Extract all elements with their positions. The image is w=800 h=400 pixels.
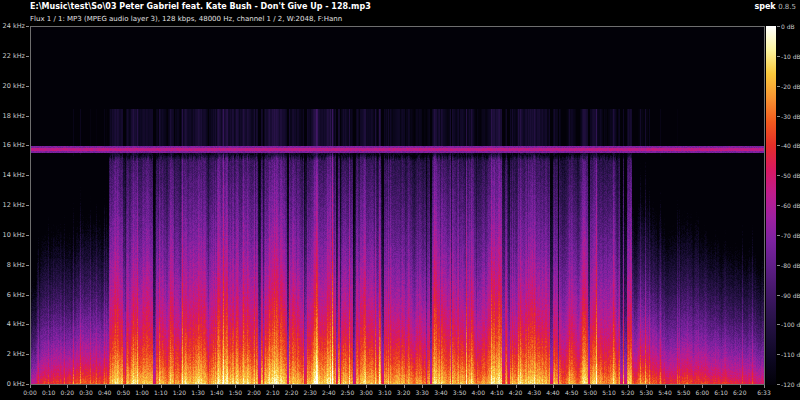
frequency-tick-label: 8 kHz: [0, 261, 25, 269]
db-tick: [777, 354, 780, 355]
time-tick-label: 2:20: [285, 389, 298, 396]
time-tick-label: 3:10: [378, 389, 391, 396]
time-tick: [310, 385, 311, 388]
time-tick-label: 4:50: [565, 389, 578, 396]
time-tick-label: 3:40: [434, 389, 447, 396]
db-tick-label: -30 dB: [781, 112, 800, 119]
time-tick-label: 5:40: [658, 389, 671, 396]
time-tick: [460, 385, 461, 388]
time-tick: [161, 385, 162, 388]
frequency-tick-label: 10 kHz: [0, 231, 25, 239]
spectrogram-canvas: [31, 27, 764, 384]
frequency-tick-label: 12 kHz: [0, 201, 25, 209]
time-tick: [665, 385, 666, 388]
time-tick: [684, 385, 685, 388]
time-tick-label: 1:20: [173, 389, 186, 396]
time-tick-label: 4:00: [471, 389, 484, 396]
time-tick: [105, 385, 106, 388]
time-tick-label: 4:40: [546, 389, 559, 396]
db-tick-label: -20 dB: [781, 82, 800, 89]
db-tick-label: -60 dB: [781, 202, 800, 209]
time-tick-label: 5:50: [677, 389, 690, 396]
time-tick: [273, 385, 274, 388]
db-tick: [777, 175, 780, 176]
time-tick-label: 1:10: [154, 389, 167, 396]
app-version-number: 0.8.5: [778, 3, 796, 11]
time-tick: [572, 385, 573, 388]
time-tick: [385, 385, 386, 388]
frequency-tick: [26, 295, 29, 296]
db-tick-label: 0 dB: [781, 23, 795, 30]
time-tick-label: 3:00: [359, 389, 372, 396]
time-tick: [198, 385, 199, 388]
frequency-tick-label: 6 kHz: [0, 291, 25, 299]
time-tick: [142, 385, 143, 388]
db-tick: [777, 324, 780, 325]
db-tick: [777, 56, 780, 57]
time-tick-label: 3:50: [453, 389, 466, 396]
frequency-tick: [26, 205, 29, 206]
time-tick-label: 1:30: [191, 389, 204, 396]
time-tick: [49, 385, 50, 388]
db-tick: [777, 145, 780, 146]
time-tick: [478, 385, 479, 388]
time-tick-label: 6:33: [757, 389, 770, 396]
frequency-tick: [26, 86, 29, 87]
frequency-tick: [26, 265, 29, 266]
spectrogram-plot-frame: [30, 26, 765, 385]
time-tick: [702, 385, 703, 388]
time-tick-label: 4:30: [528, 389, 541, 396]
time-tick: [67, 385, 68, 388]
time-tick: [553, 385, 554, 388]
db-tick: [777, 235, 780, 236]
db-tick: [777, 265, 780, 266]
time-tick-label: 5:20: [621, 389, 634, 396]
time-tick-label: 2:00: [247, 389, 260, 396]
time-tick: [646, 385, 647, 388]
time-tick-label: 2:50: [341, 389, 354, 396]
frequency-tick: [26, 56, 29, 57]
time-tick-label: 4:10: [490, 389, 503, 396]
time-tick: [628, 385, 629, 388]
time-tick: [422, 385, 423, 388]
time-tick-label: 3:20: [397, 389, 410, 396]
db-tick: [777, 295, 780, 296]
time-tick: [329, 385, 330, 388]
db-tick: [777, 205, 780, 206]
frequency-tick-label: 24 kHz: [0, 22, 25, 30]
time-tick: [764, 385, 765, 388]
time-tick: [86, 385, 87, 388]
time-tick-label: 1:00: [135, 389, 148, 396]
db-tick-label: -10 dB: [781, 52, 800, 59]
time-tick-label: 5:10: [602, 389, 615, 396]
time-tick-label: 3:30: [415, 389, 428, 396]
frequency-tick: [26, 354, 29, 355]
app-name: spek: [754, 2, 775, 11]
file-path-title: E:\Music\test\So\03 Peter Gabriel feat. …: [30, 2, 371, 11]
db-tick: [777, 116, 780, 117]
time-tick-label: 5:00: [584, 389, 597, 396]
time-tick: [516, 385, 517, 388]
time-tick: [740, 385, 741, 388]
time-tick: [254, 385, 255, 388]
time-tick: [590, 385, 591, 388]
db-tick-label: -70 dB: [781, 231, 800, 238]
time-tick-label: 6:10: [714, 389, 727, 396]
time-tick: [366, 385, 367, 388]
time-tick: [609, 385, 610, 388]
db-tick: [777, 86, 780, 87]
db-tick-label: -40 dB: [781, 142, 800, 149]
spek-window: E:\Music\test\So\03 Peter Gabriel feat. …: [0, 0, 800, 400]
frequency-tick: [26, 175, 29, 176]
db-tick-label: -50 dB: [781, 172, 800, 179]
time-tick: [497, 385, 498, 388]
time-tick-label: 4:20: [509, 389, 522, 396]
time-tick-label: 0:30: [79, 389, 92, 396]
time-tick: [721, 385, 722, 388]
time-tick-label: 0:20: [61, 389, 74, 396]
time-tick-label: 2:30: [303, 389, 316, 396]
app-version-label: spek 0.8.5: [754, 2, 796, 11]
frequency-tick-label: 14 kHz: [0, 171, 25, 179]
db-tick-label: -80 dB: [781, 261, 800, 268]
time-tick: [30, 385, 31, 388]
